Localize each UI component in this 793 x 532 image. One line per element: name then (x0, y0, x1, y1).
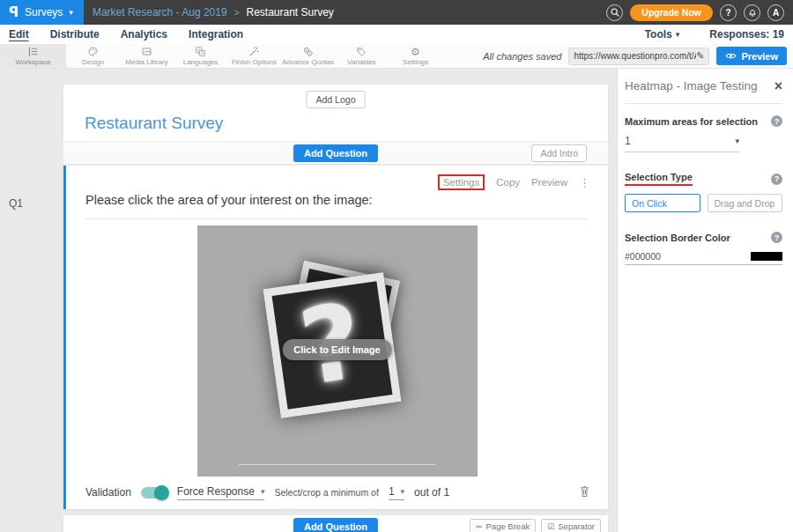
toolbar-item-settings[interactable]: ⚙ Settings (389, 44, 442, 68)
magic-wand-icon (248, 46, 260, 57)
max-areas-value: 1 (625, 135, 631, 147)
notifications-button[interactable] (744, 4, 760, 21)
tab-distribute[interactable]: Distribute (50, 28, 100, 41)
max-areas-dropdown[interactable]: 1 ▾ (625, 135, 739, 152)
question-preview-action[interactable]: Preview (531, 177, 567, 188)
on-click-option-button[interactable]: On Click (625, 194, 700, 212)
search-icon (610, 7, 620, 18)
validation-type-dropdown[interactable]: Force Response ▾ (177, 485, 265, 500)
survey-title[interactable]: Restaurant Survey (85, 114, 223, 133)
panel-divider (625, 103, 782, 104)
help-button[interactable]: ? (720, 4, 737, 21)
max-areas-label: Maximum areas for selection (625, 116, 758, 127)
questionpro-logo-icon: P (9, 4, 19, 20)
image-caption-line (239, 464, 435, 465)
kebab-menu-icon[interactable]: ⋮ (579, 176, 590, 189)
max-areas-label-row: Maximum areas for selection ? (625, 115, 782, 127)
selection-type-label: Selection Type (625, 172, 693, 186)
toolbar-item-design[interactable]: Design (66, 44, 120, 68)
breadcrumb-survey-name: Restaurant Survey (246, 6, 333, 18)
page-break-label: Page Break (486, 521, 530, 531)
click-to-edit-image-button[interactable]: Click to Edit Image (282, 339, 391, 360)
toolbar-item-finish-options[interactable]: Finish Options (227, 44, 281, 68)
toolbar-item-advance-quotas[interactable]: Advance Quotas (281, 44, 335, 68)
toolbar-item-languages[interactable]: xA Languages (174, 44, 227, 68)
brand-menu-label: Surveys (25, 6, 63, 18)
heatmap-image-placeholder[interactable]: ? Click to Edit Image (197, 225, 478, 477)
survey-canvas: Add Logo Restaurant Survey Add Question … (63, 85, 608, 532)
panel-title-row: Heatmap - Image Testing × (625, 79, 782, 92)
panel-title: Heatmap - Image Testing (625, 79, 758, 92)
image-icon (141, 46, 152, 57)
separator-label: Separator (558, 521, 595, 531)
border-color-picker[interactable]: #000000 (625, 251, 782, 265)
drag-and-drop-option-button[interactable]: Drag and Drop (708, 194, 783, 212)
tab-integration[interactable]: Integration (189, 28, 243, 41)
question-number-label: Q1 (9, 197, 23, 210)
question-actions: Settings Copy Preview ⋮ (438, 174, 590, 190)
add-question-button-top[interactable]: Add Question (293, 144, 378, 162)
trash-icon (579, 484, 590, 498)
add-question-button-bottom[interactable]: Add Question (293, 518, 378, 532)
palette-icon (87, 46, 99, 57)
nav-right-group: Tools ▾ Responses: 19 (645, 28, 784, 41)
validation-label: Validation (85, 486, 131, 499)
translate-icon: xA (195, 46, 206, 57)
bell-icon (747, 7, 758, 18)
min-selection-dropdown[interactable]: 1 ▾ (389, 485, 404, 500)
validation-row: Validation Force Response ▾ Select/crop … (66, 476, 608, 509)
help-icon[interactable]: ? (771, 115, 782, 127)
toolbar-item-variables[interactable]: Variables (335, 44, 389, 68)
add-logo-button[interactable]: Add Logo (307, 91, 366, 108)
survey-url-input[interactable] (574, 51, 696, 61)
brand-surveys-menu[interactable]: P Surveys ▾ (0, 0, 84, 25)
footer-right-group: ✂ Page Break ☑ Separator (470, 519, 601, 532)
border-color-label-row: Selection Border Color ? (625, 232, 782, 243)
scissors-icon: ✂ (476, 522, 483, 531)
selection-type-buttons: On Click Drag and Drop (625, 194, 782, 212)
tab-edit[interactable]: Edit (9, 28, 29, 41)
toolbar-item-workspace[interactable]: Workspace (0, 44, 66, 68)
validation-toggle[interactable] (141, 487, 167, 499)
survey-url-box: ✎ (568, 48, 709, 65)
question-copy-action[interactable]: Copy (496, 177, 520, 188)
checkbox-icon: ☑ (547, 522, 554, 531)
pencil-icon[interactable]: ✎ (696, 50, 704, 62)
responses-count[interactable]: Responses: 19 (709, 28, 784, 41)
tab-analytics[interactable]: Analytics (121, 28, 167, 41)
eye-icon (725, 52, 737, 60)
help-icon[interactable]: ? (771, 174, 782, 185)
avatar[interactable]: A (767, 4, 784, 21)
tools-dropdown[interactable]: Tools ▾ (645, 28, 680, 41)
selection-type-label-row: Selection Type ? (625, 172, 782, 186)
help-icon[interactable]: ? (771, 232, 782, 243)
preview-button-label: Preview (741, 51, 778, 62)
toggle-knob (154, 485, 169, 500)
upgrade-now-button[interactable]: Upgrade Now (630, 4, 713, 21)
search-button[interactable] (606, 4, 623, 21)
breadcrumb-project-link[interactable]: Market Research - Aug 2019 (93, 6, 227, 18)
toolbar-item-media-library[interactable]: Media Library (120, 44, 174, 68)
canvas-footer-row: Add Question ✂ Page Break ☑ Separator (63, 515, 608, 532)
add-question-row: Add Question Add Intro (63, 141, 608, 164)
add-intro-button[interactable]: Add Intro (531, 144, 587, 162)
toolbar-right-group: All changes saved ✎ Preview (483, 44, 793, 68)
survey-header-card: Add Logo Restaurant Survey (63, 85, 608, 141)
gear-icon: ⚙ (411, 47, 420, 57)
page-break-button[interactable]: ✂ Page Break (470, 519, 536, 532)
delete-question-button[interactable] (579, 484, 590, 500)
min-selection-value: 1 (389, 485, 395, 498)
close-icon[interactable]: × (774, 80, 782, 92)
section-nav: Edit Distribute Analytics Integration To… (0, 25, 793, 44)
workspace-icon (27, 46, 39, 57)
chevron-down-icon: ▾ (676, 30, 680, 39)
separator-button[interactable]: ☑ Separator (541, 519, 601, 532)
top-header-bar: P Surveys ▾ Market Research - Aug 2019 >… (0, 0, 793, 25)
question-settings-action[interactable]: Settings (438, 174, 485, 190)
editor-main-area: Q1 Add Logo Restaurant Survey Add Questi… (0, 69, 793, 532)
preview-button[interactable]: Preview (716, 47, 787, 65)
question-card: Settings Copy Preview ⋮ Please click the… (63, 166, 608, 509)
svg-text:A: A (201, 51, 204, 55)
question-text[interactable]: Please click the area of your interest o… (85, 193, 589, 219)
tools-label: Tools (645, 28, 672, 41)
